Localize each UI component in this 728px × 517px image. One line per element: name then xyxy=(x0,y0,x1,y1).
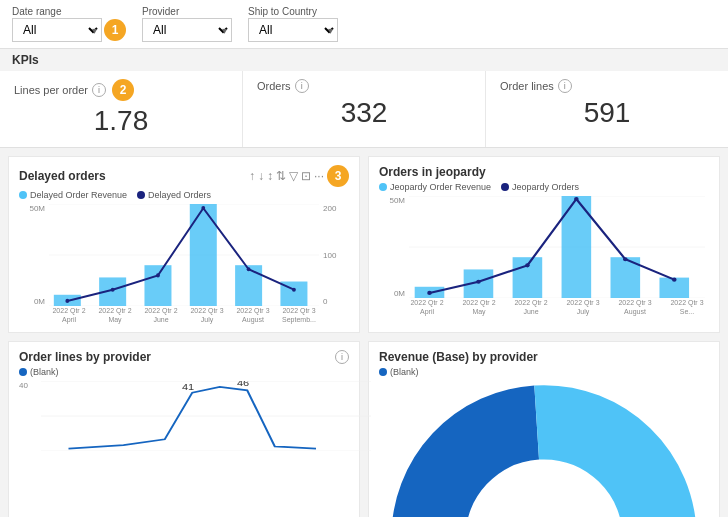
delayed-orders-legend: Delayed Order Revenue Delayed Orders xyxy=(19,190,349,200)
kpi-card-lines-per-order: Lines per order i 2 1.78 xyxy=(0,71,243,147)
filter-btn[interactable]: ▽ xyxy=(289,169,298,183)
svg-point-28 xyxy=(623,257,628,261)
step-badge-1: 1 xyxy=(104,19,126,41)
orders-in-jeopardy-title: Orders in jeopardy xyxy=(379,165,486,179)
svg-point-24 xyxy=(427,291,432,295)
kpi-card-orders: Orders i 332 xyxy=(243,71,486,147)
kpi-title-2: Orders xyxy=(257,80,291,92)
order-lines-by-provider-panel: Order lines by provider i (Blank) 40 41 … xyxy=(8,341,360,517)
more-btn[interactable]: ··· xyxy=(314,169,324,183)
kpi-info-icon-1[interactable]: i xyxy=(92,83,106,97)
legend-item-orders: Delayed Orders xyxy=(137,190,211,200)
top-filter-bar: Date range All 1 Provider All Ship to Co… xyxy=(0,0,728,49)
kpi-row: Lines per order i 2 1.78 Orders i 332 Or… xyxy=(0,71,728,148)
svg-point-27 xyxy=(574,197,579,201)
kpi-title-1: Lines per order xyxy=(14,84,88,96)
orders-in-jeopardy-panel: Orders in jeopardy Jeopardy Order Revenu… xyxy=(368,156,720,333)
chart-toolbar: ↑ ↓ ↕ ⇅ ▽ ⊡ ··· 3 xyxy=(249,165,349,187)
step-badge-3: 3 xyxy=(327,165,349,187)
svg-text:41: 41 xyxy=(182,382,195,392)
sort-desc-btn[interactable]: ↓ xyxy=(258,169,264,183)
kpis-section-label: KPIs xyxy=(0,49,728,71)
svg-point-9 xyxy=(65,299,69,303)
delayed-orders-panel: Delayed orders ↑ ↓ ↕ ⇅ ▽ ⊡ ··· 3 Delayed… xyxy=(8,156,360,333)
kpi-title-3: Order lines xyxy=(500,80,554,92)
revenue-by-provider-panel: Revenue (Base) by provider (Blank) xyxy=(368,341,720,517)
svg-text:46: 46 xyxy=(237,381,250,387)
delayed-orders-title: Delayed orders xyxy=(19,169,106,183)
order-lines-chart: 40 41 46 xyxy=(19,381,349,451)
kpi-info-icon-2[interactable]: i xyxy=(295,79,309,93)
step-badge-2: 2 xyxy=(112,79,134,101)
svg-point-10 xyxy=(111,288,115,292)
charts-row: Delayed orders ↑ ↓ ↕ ⇅ ▽ ⊡ ··· 3 Delayed… xyxy=(0,148,728,341)
jeopardy-chart-area: 50M 0M 2022 xyxy=(379,196,709,316)
ship-to-country-filter: Ship to Country All xyxy=(248,6,338,42)
ship-to-country-select[interactable]: All xyxy=(248,18,338,42)
svg-point-14 xyxy=(292,288,296,292)
kpi-info-icon-3[interactable]: i xyxy=(558,79,572,93)
provider-label: Provider xyxy=(142,6,232,17)
sort-both-btn[interactable]: ↕ xyxy=(267,169,273,183)
svg-point-25 xyxy=(476,280,481,284)
svg-point-11 xyxy=(156,273,160,277)
svg-rect-5 xyxy=(144,265,171,306)
kpi-value-2: 332 xyxy=(257,97,471,129)
delayed-orders-chart-area: 50M 0M 200 100 0 xyxy=(19,204,349,324)
svg-point-26 xyxy=(525,263,530,267)
svg-point-12 xyxy=(201,206,205,210)
revenue-title: Revenue (Base) by provider xyxy=(379,350,538,364)
jeopardy-legend: Jeopardy Order Revenue Jeopardy Orders xyxy=(379,182,709,192)
svg-point-29 xyxy=(672,278,677,282)
date-range-filter: Date range All 1 xyxy=(12,6,126,42)
svg-point-13 xyxy=(247,267,251,271)
order-lines-title: Order lines by provider xyxy=(19,350,151,364)
legend-item-revenue: Delayed Order Revenue xyxy=(19,190,127,200)
sort-asc-btn[interactable]: ↑ xyxy=(249,169,255,183)
date-range-label: Date range xyxy=(12,6,126,17)
date-range-select[interactable]: All xyxy=(12,18,102,42)
kpi-value-3: 591 xyxy=(500,97,714,129)
order-lines-info[interactable]: i xyxy=(335,350,349,364)
delayed-orders-svg xyxy=(49,204,319,306)
bottom-charts-row: Order lines by provider i (Blank) 40 41 … xyxy=(0,341,728,517)
provider-filter: Provider All xyxy=(142,6,232,42)
expand-btn[interactable]: ⊡ xyxy=(301,169,311,183)
ship-to-country-label: Ship to Country xyxy=(248,6,338,17)
svg-rect-7 xyxy=(235,265,262,306)
kpi-value-1: 1.78 xyxy=(14,105,228,137)
provider-select[interactable]: All xyxy=(142,18,232,42)
kpi-card-order-lines: Order lines i 591 xyxy=(486,71,728,147)
hierarchy-btn[interactable]: ⇅ xyxy=(276,169,286,183)
jeopardy-svg xyxy=(409,196,705,298)
revenue-donut-chart xyxy=(379,381,709,517)
